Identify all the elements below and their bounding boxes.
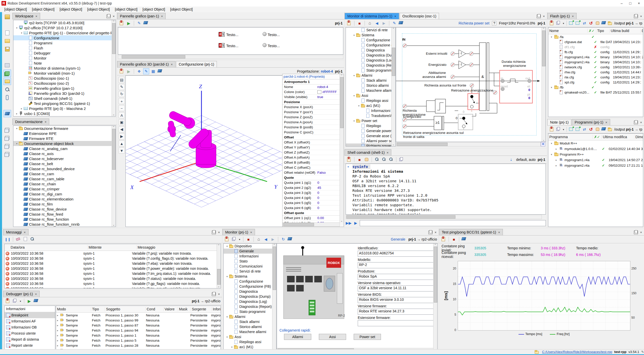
stop-icon[interactable]: ■ [356, 157, 363, 163]
monitor-tree-item[interactable]: ▾ Dispositivo [224, 244, 276, 249]
digital-display[interactable]: 01 [219, 32, 225, 37]
monitor-tree-item[interactable]: Stack allarmi [224, 319, 276, 324]
tab-messaggi[interactable]: Messaggi× [3, 229, 29, 235]
monitor-tree-item[interactable]: Servizi di rete [224, 269, 276, 274]
documentation-tree-item[interactable]: Classe rc_bdeserver [13, 156, 116, 161]
debugger-category-item[interactable]: Processi utente [5, 330, 55, 336]
sysm-tree-item[interactable]: Allarmi power set [346, 138, 395, 143]
view3d-tool-icon[interactable]: ▤ [119, 77, 125, 83]
revert-icon[interactable]: ↺ [588, 20, 594, 26]
program-row[interactable]: ▾ Programmi R++ [548, 152, 643, 157]
chevron-icon[interactable]: ▾ [352, 94, 356, 97]
documentation-tree-item[interactable]: Classe rc_elementlocation [13, 196, 116, 201]
build-all-icon[interactable] [575, 126, 581, 132]
menu-item[interactable]: [object Object] [57, 7, 85, 11]
sysm-tree-item[interactable]: Diagnostica (Log) [346, 58, 395, 63]
output-label[interactable]: /output [614, 21, 625, 25]
chevron-icon[interactable]: ▾ [225, 245, 229, 248]
copy-icon[interactable] [398, 157, 404, 163]
copy-icon[interactable] [12, 298, 18, 304]
sysm-tree-item[interactable]: Servizi di rete [346, 27, 395, 33]
sysm-tree-item[interactable]: Maschere allarmi [346, 88, 395, 93]
sysm-tree-item[interactable]: ▾ ax1 (M1) [346, 103, 395, 108]
sysm-tree-item[interactable]: Diagnostica (Dump) [346, 53, 395, 58]
property-row[interactable]: Offset X (offsetX) [282, 140, 340, 145]
monitor-tree-item[interactable]: Diagnostica (Log) [224, 299, 276, 304]
sysm-tree-item[interactable]: Riepilogo assi [346, 98, 395, 103]
property-row[interactable]: Offset [282, 135, 340, 140]
edit-page-icon[interactable]: ▦ [150, 68, 156, 74]
search-icon[interactable] [29, 236, 35, 242]
field-value[interactable]: OSF a 32bit versione 14.11.11 [358, 285, 436, 291]
stop-icon[interactable]: ■ [245, 236, 251, 242]
field-value[interactable]: Robox SpA [358, 274, 436, 280]
flash-file-row[interactable]: ▾ /fa ✓ [548, 34, 643, 39]
float-panel-icon[interactable] [634, 231, 638, 234]
close-panel-icon[interactable]: × [640, 121, 642, 124]
property-row[interactable]: Posizione X (posX) [282, 105, 340, 110]
app-toolbar-button[interactable] [4, 142, 11, 150]
design-mode-icon[interactable]: ✎ [143, 68, 149, 74]
sysm-tree-scrollbar[interactable] [391, 27, 395, 146]
property-row[interactable]: Quota joint 3 (qj3) 0 [282, 190, 340, 195]
close-icon[interactable]: × [250, 230, 252, 234]
property-row[interactable]: Posizione B (posB) [282, 125, 340, 130]
workspace-tree-item[interactable]: Monitor variabili (mon-1) [13, 71, 116, 76]
view3d-tool-icon[interactable]: + [119, 98, 125, 104]
zoom-icon[interactable] [374, 157, 380, 163]
sysm-tree-item[interactable]: Stato programmi [346, 68, 395, 73]
workspace-tree-item[interactable]: Monitor [13, 55, 116, 61]
app-toolbar-button[interactable] [4, 102, 11, 109]
monitor-tree-item[interactable]: Storico allarmi [224, 324, 276, 329]
property-row[interactable]: Quota joint 1 (qj1) 0 [282, 180, 340, 185]
monitor-tree-item[interactable]: Stato programmi [224, 309, 276, 314]
breakpoint-row[interactable]: ▸ Sempre Fetch Processo 1, passo 99 Ness… [56, 318, 221, 323]
diagram-hscrollbar[interactable] [396, 142, 541, 146]
chevron-icon[interactable]: ▾ [225, 315, 229, 318]
app-toolbar-button[interactable] [4, 150, 11, 158]
flash-file-row[interactable]: myprogram1.r4a ✓ binary 19/04/2021 14:10… [548, 54, 643, 60]
tab-configurazione[interactable]: Configurazione (prj-1) [176, 61, 217, 67]
debugger-category-item[interactable]: Report di sistema [5, 336, 55, 342]
sysm-tree-item[interactable]: Configurazione (FB) [346, 43, 395, 48]
home-icon[interactable]: ⌂ [367, 20, 373, 26]
copy-icon[interactable] [231, 236, 237, 242]
run-icon[interactable]: ▶ [126, 20, 132, 26]
app-toolbar-button[interactable] [4, 78, 11, 85]
help-book-icon[interactable] [287, 236, 293, 242]
view3d-tool-icon[interactable]: A [119, 112, 125, 118]
documentation-tree-item[interactable]: Classe rc_flow_device [13, 206, 116, 212]
properties-hscrollbar[interactable] [282, 222, 340, 227]
close-icon[interactable]: × [572, 14, 574, 18]
close-panel-icon[interactable]: × [113, 14, 115, 18]
workspace-tree-item[interactable]: rp2-loris [TCP/IP 10.0.45.3:8100] [13, 20, 116, 25]
new-config-icon[interactable] [5, 298, 11, 304]
close-icon[interactable]: × [35, 14, 37, 18]
breakpoint-row[interactable]: ▸ Sempre Fetch Processo 1, passo 5 Nessu… [56, 338, 221, 343]
sysm-tree-item[interactable]: Storico allarmi [346, 83, 395, 88]
flash-file-row[interactable]: fb.cfg ✓ config 11/02/2021 14:29:16 [548, 49, 643, 54]
workspace-tree-item[interactable]: Configurazione [13, 35, 116, 40]
copy-icon[interactable] [555, 126, 561, 132]
monitor-tree-item[interactable]: Generale [224, 249, 276, 254]
documentation-tree-item[interactable]: Classe rc_chain [13, 181, 116, 186]
pin-icon[interactable]: ⇣ [508, 157, 514, 163]
run-icon[interactable]: ▶ [26, 298, 32, 304]
workspace-tree-item[interactable]: ▾ rp2-ufficio [TCP/IP 10.0.17.2:8100] [13, 25, 116, 30]
property-row[interactable]: Offset Y (offsetY) [282, 145, 340, 150]
flash-file-row[interactable]: myprogram2.r4a ✓ binary 19/04/2021 14:10… [548, 60, 643, 65]
close-panel-icon[interactable]: × [218, 230, 220, 234]
message-row[interactable]: ✕10/03/2022 10:36:58 sysm-1 Variabile (?… [5, 281, 221, 286]
back-icon[interactable]: ◀ [263, 236, 269, 242]
breakpoint-row[interactable]: ▸ Sempre Fetch Processo 1, passo 1 Nessu… [56, 333, 221, 338]
debugger-category-item[interactable]: Informazioni OB [5, 324, 55, 330]
shell-mode[interactable]: default, auto [516, 158, 536, 162]
property-row[interactable]: Quota joint 4 (qj4) 0 [282, 195, 340, 200]
flash-file-row[interactable]: qmakeall-vs20... ✓ file BAT 25/11/2021 1… [548, 90, 643, 95]
field-value[interactable]: Robox RTE versione 34.27.3 [358, 309, 436, 315]
tab-oscilloscope[interactable]: Oscilloscopio (osc-1) [400, 13, 439, 19]
chevron-icon[interactable]: ▾ [15, 127, 19, 130]
documentation-tree-item[interactable]: Firmware RTE [13, 136, 116, 141]
monitor-content-scrollbar[interactable] [433, 244, 437, 352]
flash-file-row[interactable]: ▾ /fb ✓ [548, 85, 643, 90]
